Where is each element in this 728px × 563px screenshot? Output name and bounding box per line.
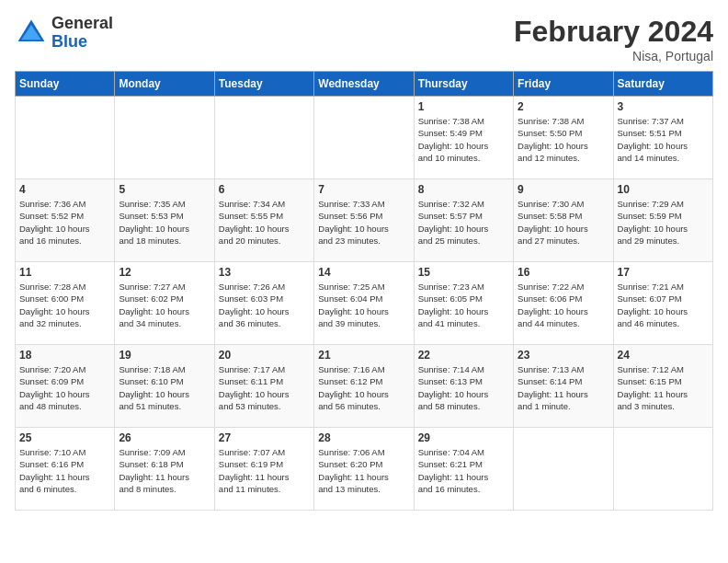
day-info: Sunrise: 7:33 AM Sunset: 5:56 PM Dayligh…: [318, 198, 409, 247]
day-number: 4: [19, 183, 110, 196]
day-info: Sunrise: 7:25 AM Sunset: 6:04 PM Dayligh…: [318, 281, 409, 329]
calendar-cell: 20Sunrise: 7:17 AM Sunset: 6:11 PM Dayli…: [214, 345, 313, 428]
day-info: Sunrise: 7:10 AM Sunset: 6:16 PM Dayligh…: [19, 446, 110, 495]
calendar-cell: 16Sunrise: 7:22 AM Sunset: 6:06 PM Dayli…: [514, 262, 613, 345]
day-number: 6: [219, 183, 310, 196]
day-number: 17: [618, 266, 709, 279]
logo-general: General: [51, 15, 113, 33]
day-info: Sunrise: 7:12 AM Sunset: 6:15 PM Dayligh…: [618, 363, 709, 412]
calendar-cell: 11Sunrise: 7:28 AM Sunset: 6:00 PM Dayli…: [16, 262, 115, 345]
day-header-saturday: Saturday: [613, 72, 712, 97]
day-number: 16: [518, 266, 609, 279]
header-row: SundayMondayTuesdayWednesdayThursdayFrid…: [16, 72, 713, 97]
calendar-cell: 21Sunrise: 7:16 AM Sunset: 6:12 PM Dayli…: [314, 345, 414, 428]
day-info: Sunrise: 7:28 AM Sunset: 6:00 PM Dayligh…: [19, 281, 110, 329]
calendar-subtitle: Nisa, Portugal: [514, 49, 713, 63]
calendar-cell: [514, 428, 613, 511]
day-info: Sunrise: 7:17 AM Sunset: 6:11 PM Dayligh…: [219, 363, 310, 412]
day-number: 1: [418, 100, 509, 113]
day-number: 5: [119, 183, 210, 196]
day-number: 13: [219, 266, 310, 279]
day-number: 2: [518, 100, 609, 113]
calendar-cell: 8Sunrise: 7:32 AM Sunset: 5:57 PM Daylig…: [414, 179, 513, 262]
title-block: February 2024 Nisa, Portugal: [514, 15, 713, 63]
logo-icon: [15, 17, 48, 50]
day-header-tuesday: Tuesday: [214, 72, 313, 97]
day-number: 24: [618, 349, 709, 362]
day-header-monday: Monday: [115, 72, 214, 97]
day-number: 26: [119, 431, 210, 444]
day-number: 20: [219, 349, 310, 362]
day-number: 14: [318, 266, 409, 279]
calendar-cell: 15Sunrise: 7:23 AM Sunset: 6:05 PM Dayli…: [414, 262, 513, 345]
week-row-2: 4Sunrise: 7:36 AM Sunset: 5:52 PM Daylig…: [16, 179, 713, 262]
day-number: 12: [119, 266, 210, 279]
calendar-cell: 25Sunrise: 7:10 AM Sunset: 6:16 PM Dayli…: [16, 428, 115, 511]
calendar-cell: 5Sunrise: 7:35 AM Sunset: 5:53 PM Daylig…: [115, 179, 214, 262]
calendar-cell: 19Sunrise: 7:18 AM Sunset: 6:10 PM Dayli…: [115, 345, 214, 428]
day-info: Sunrise: 7:27 AM Sunset: 6:02 PM Dayligh…: [119, 281, 210, 329]
day-info: Sunrise: 7:36 AM Sunset: 5:52 PM Dayligh…: [19, 198, 110, 247]
calendar-cell: 14Sunrise: 7:25 AM Sunset: 6:04 PM Dayli…: [314, 262, 414, 345]
calendar-cell: 23Sunrise: 7:13 AM Sunset: 6:14 PM Dayli…: [514, 345, 613, 428]
logo: General Blue: [15, 15, 113, 52]
day-info: Sunrise: 7:32 AM Sunset: 5:57 PM Dayligh…: [418, 198, 509, 247]
logo-text: General Blue: [51, 15, 113, 52]
calendar-table: SundayMondayTuesdayWednesdayThursdayFrid…: [15, 71, 713, 511]
calendar-cell: 26Sunrise: 7:09 AM Sunset: 6:18 PM Dayli…: [115, 428, 214, 511]
calendar-cell: 12Sunrise: 7:27 AM Sunset: 6:02 PM Dayli…: [115, 262, 214, 345]
calendar-cell: 27Sunrise: 7:07 AM Sunset: 6:19 PM Dayli…: [214, 428, 313, 511]
calendar-cell: 2Sunrise: 7:38 AM Sunset: 5:50 PM Daylig…: [514, 97, 613, 179]
day-info: Sunrise: 7:07 AM Sunset: 6:19 PM Dayligh…: [219, 446, 310, 495]
day-info: Sunrise: 7:06 AM Sunset: 6:20 PM Dayligh…: [318, 446, 409, 495]
day-info: Sunrise: 7:37 AM Sunset: 5:51 PM Dayligh…: [618, 115, 709, 164]
day-info: Sunrise: 7:29 AM Sunset: 5:59 PM Dayligh…: [618, 198, 709, 247]
day-number: 3: [618, 100, 709, 113]
calendar-cell: [314, 97, 414, 179]
day-info: Sunrise: 7:23 AM Sunset: 6:05 PM Dayligh…: [418, 281, 509, 329]
day-number: 21: [318, 349, 409, 362]
day-info: Sunrise: 7:20 AM Sunset: 6:09 PM Dayligh…: [19, 363, 110, 412]
day-number: 19: [119, 349, 210, 362]
day-number: 15: [418, 266, 509, 279]
day-info: Sunrise: 7:38 AM Sunset: 5:49 PM Dayligh…: [418, 115, 509, 164]
day-info: Sunrise: 7:35 AM Sunset: 5:53 PM Dayligh…: [119, 198, 210, 247]
calendar-cell: [214, 97, 313, 179]
calendar-title: February 2024: [514, 15, 713, 49]
calendar-cell: 1Sunrise: 7:38 AM Sunset: 5:49 PM Daylig…: [414, 97, 513, 179]
calendar-cell: 3Sunrise: 7:37 AM Sunset: 5:51 PM Daylig…: [613, 97, 712, 179]
calendar-header: SundayMondayTuesdayWednesdayThursdayFrid…: [16, 72, 713, 97]
calendar-cell: 29Sunrise: 7:04 AM Sunset: 6:21 PM Dayli…: [414, 428, 513, 511]
calendar-cell: 13Sunrise: 7:26 AM Sunset: 6:03 PM Dayli…: [214, 262, 313, 345]
day-number: 10: [618, 183, 709, 196]
calendar-cell: [16, 97, 115, 179]
week-row-1: 1Sunrise: 7:38 AM Sunset: 5:49 PM Daylig…: [16, 97, 713, 179]
day-info: Sunrise: 7:26 AM Sunset: 6:03 PM Dayligh…: [219, 281, 310, 329]
calendar-cell: 28Sunrise: 7:06 AM Sunset: 6:20 PM Dayli…: [314, 428, 414, 511]
week-row-3: 11Sunrise: 7:28 AM Sunset: 6:00 PM Dayli…: [16, 262, 713, 345]
day-info: Sunrise: 7:16 AM Sunset: 6:12 PM Dayligh…: [318, 363, 409, 412]
logo-blue: Blue: [51, 33, 113, 52]
day-number: 29: [418, 431, 509, 444]
day-info: Sunrise: 7:30 AM Sunset: 5:58 PM Dayligh…: [518, 198, 609, 247]
calendar-cell: 6Sunrise: 7:34 AM Sunset: 5:55 PM Daylig…: [214, 179, 313, 262]
calendar-cell: 9Sunrise: 7:30 AM Sunset: 5:58 PM Daylig…: [514, 179, 613, 262]
day-header-thursday: Thursday: [414, 72, 513, 97]
day-number: 9: [518, 183, 609, 196]
day-number: 27: [219, 431, 310, 444]
week-row-5: 25Sunrise: 7:10 AM Sunset: 6:16 PM Dayli…: [16, 428, 713, 511]
day-info: Sunrise: 7:38 AM Sunset: 5:50 PM Dayligh…: [518, 115, 609, 164]
calendar-cell: 4Sunrise: 7:36 AM Sunset: 5:52 PM Daylig…: [16, 179, 115, 262]
day-header-wednesday: Wednesday: [314, 72, 414, 97]
day-number: 25: [19, 431, 110, 444]
day-header-friday: Friday: [514, 72, 613, 97]
day-info: Sunrise: 7:34 AM Sunset: 5:55 PM Dayligh…: [219, 198, 310, 247]
day-number: 18: [19, 349, 110, 362]
page-header: General Blue February 2024 Nisa, Portuga…: [15, 15, 713, 63]
calendar-cell: 7Sunrise: 7:33 AM Sunset: 5:56 PM Daylig…: [314, 179, 414, 262]
calendar-body: 1Sunrise: 7:38 AM Sunset: 5:49 PM Daylig…: [16, 97, 713, 511]
day-number: 8: [418, 183, 509, 196]
calendar-cell: 10Sunrise: 7:29 AM Sunset: 5:59 PM Dayli…: [613, 179, 712, 262]
day-header-sunday: Sunday: [16, 72, 115, 97]
day-info: Sunrise: 7:09 AM Sunset: 6:18 PM Dayligh…: [119, 446, 210, 495]
